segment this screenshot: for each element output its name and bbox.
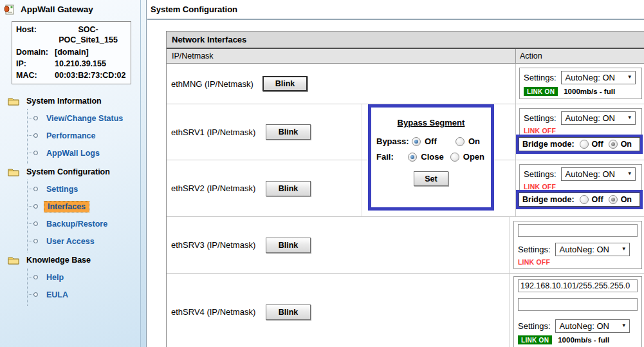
link-speed: 1000mb/s - full [564, 88, 615, 95]
domain-row: Domain: [domain] [14, 46, 129, 58]
table-row-ethsrv4: ethSRV4 (IP/Netmask) Blink Settings: Aut… [167, 274, 644, 347]
bullet-icon [33, 204, 38, 209]
sidebar-item-backup-restore[interactable]: Backup/Restore [28, 215, 140, 232]
bullet-icon [33, 151, 38, 155]
bypass-on-radio[interactable] [455, 137, 465, 146]
link-status-badge: LINK ON [524, 87, 558, 96]
autoneg-select[interactable]: AutoNeg: ON ▼ [555, 319, 630, 333]
autoneg-select[interactable]: AutoNeg: ON ▼ [561, 71, 636, 84]
sidebar-item-label[interactable]: AppWall Logs [46, 149, 100, 158]
tree-stub [28, 153, 33, 153]
interface-name: ethSRV1 (IP/Netmask) [171, 127, 255, 137]
folder-icon [8, 256, 19, 265]
autoneg-select[interactable]: AutoNeg: ON ▼ [561, 111, 636, 125]
settings-box: Settings: AutoNeg: ON ▼ LINK ON 1000mb/s… [513, 276, 642, 347]
interface-name: ethSRV2 (IP/Netmask) [171, 183, 255, 193]
ip-netmask-input[interactable] [518, 224, 638, 237]
nav-section-system-configuration[interactable]: System Configuration [0, 164, 140, 180]
link-speed: 1000mb/s - full [558, 336, 609, 344]
bypass-on-label[interactable]: On [468, 136, 480, 146]
bypass-off-label[interactable]: Off [425, 136, 437, 146]
title-divider [147, 19, 644, 20]
sidebar-item-help[interactable]: Help [28, 268, 140, 286]
nav-section-knowledge-base[interactable]: Knowledge Base [0, 252, 140, 268]
sidebar-item-view-change-status[interactable]: View/Change Status [28, 109, 140, 127]
autoneg-select[interactable]: AutoNeg: ON ▼ [561, 167, 636, 181]
bypass-off-radio[interactable] [412, 137, 421, 146]
blink-button[interactable]: Blink [266, 238, 311, 253]
sidebar-item-label[interactable]: User Access [46, 237, 95, 246]
nav-section-system-information[interactable]: System Information [0, 93, 140, 109]
cell-divider [362, 160, 362, 216]
tree-stub [28, 206, 33, 207]
bridge-on-radio[interactable] [609, 140, 618, 149]
ip-netmask-input-2[interactable] [518, 298, 638, 311]
set-button[interactable]: Set [414, 171, 448, 186]
sidebar-item-appwall-logs[interactable]: AppWall Logs [28, 144, 140, 162]
table-column-headers: IP/Netmask Action [167, 49, 644, 64]
bypass-row: Bypass: Off On [376, 136, 491, 146]
bridge-off-label[interactable]: Off [592, 195, 603, 204]
tree-stub [28, 277, 33, 277]
tree-stub [28, 223, 33, 224]
bridge-mode-highlight: Bridge mode: Off On [516, 190, 643, 209]
mac-row: MAC: 00:03:B2:73:CD:02 [14, 70, 129, 81]
bridge-off-radio[interactable] [580, 140, 589, 149]
sidebar-item-interfaces[interactable]: Interfaces [28, 198, 140, 215]
action-cell: Settings: AutoNeg: ON ▼ LINK OFF Bridge … [515, 160, 644, 216]
sidebar-item-label[interactable]: EULA [46, 290, 68, 299]
host-info-box: Host: SOC-POC_Site1_155 Domain: [domain]… [12, 21, 131, 84]
sidebar-item-user-access[interactable]: User Access [28, 232, 140, 250]
bridge-mode-highlight: Bridge mode: Off On [516, 135, 643, 154]
column-header-ip-netmask: IP/Netmask [167, 49, 515, 63]
app-title: AppWall Gateway [21, 5, 93, 14]
sidebar-item-performance[interactable]: Performance [28, 127, 140, 144]
sidebar-item-eula[interactable]: EULA [28, 286, 140, 303]
sidebar-item-label[interactable]: Backup/Restore [46, 220, 107, 229]
blink-button[interactable]: Blink [266, 124, 311, 140]
sidebar-item-label[interactable]: Performance [46, 131, 95, 140]
bridge-off-radio[interactable] [580, 195, 589, 204]
appwall-app-icon [4, 4, 15, 15]
bridge-on-label[interactable]: On [621, 195, 632, 204]
ip-netmask-input[interactable] [518, 279, 638, 292]
autoneg-value: AutoNeg: ON [566, 73, 615, 82]
bypass-label: Bypass: [376, 136, 412, 146]
table-row-ethmng: ethMNG (IP/Netmask) Blink Settings: Auto… [167, 64, 644, 104]
bridge-on-label[interactable]: On [621, 140, 632, 149]
fail-close-label[interactable]: Close [421, 152, 443, 162]
fail-close-radio[interactable] [408, 153, 417, 162]
blink-button[interactable]: Blink [266, 181, 311, 196]
mac-label: MAC: [14, 71, 53, 80]
chevron-down-icon: ▼ [627, 171, 632, 176]
host-row: Host: SOC-POC_Site1_155 [14, 24, 129, 46]
chevron-down-icon: ▼ [621, 323, 627, 328]
sidebar-item-label[interactable]: View/Change Status [46, 114, 123, 123]
blink-button[interactable]: Blink [266, 305, 311, 320]
tree-stub [28, 118, 33, 118]
autoneg-value: AutoNeg: ON [566, 169, 615, 179]
fail-row: Fail: Close Open [376, 152, 491, 162]
sidebar-item-settings[interactable]: Settings [28, 180, 140, 198]
panel-splitter[interactable] [140, 0, 147, 347]
link-status-text: LINK OFF [524, 127, 638, 135]
settings-label: Settings: [518, 245, 551, 254]
sidebar-item-label[interactable]: Help [46, 273, 64, 282]
bridge-on-radio[interactable] [609, 195, 618, 204]
bullet-icon [33, 221, 38, 226]
column-header-action: Action [515, 49, 644, 63]
sidebar-header: AppWall Gateway [0, 0, 140, 15]
ip-label: IP: [14, 59, 53, 68]
sidebar-item-label[interactable]: Settings [46, 185, 78, 194]
bridge-off-label[interactable]: Off [592, 140, 603, 149]
fail-open-label[interactable]: Open [463, 152, 484, 162]
blink-button[interactable]: Blink [262, 76, 308, 91]
autoneg-select[interactable]: AutoNeg: ON ▼ [555, 243, 630, 256]
sidebar-item-label-selected[interactable]: Interfaces [44, 201, 89, 212]
link-status-badge: LINK ON [518, 335, 552, 344]
fail-open-radio[interactable] [450, 153, 459, 162]
chevron-down-icon: ▼ [621, 246, 627, 252]
bridge-mode-control: Bridge mode: Off On [519, 137, 640, 151]
mac-value: 00:03:B2:73:CD:02 [53, 71, 125, 80]
link-status-text: LINK OFF [518, 258, 638, 266]
